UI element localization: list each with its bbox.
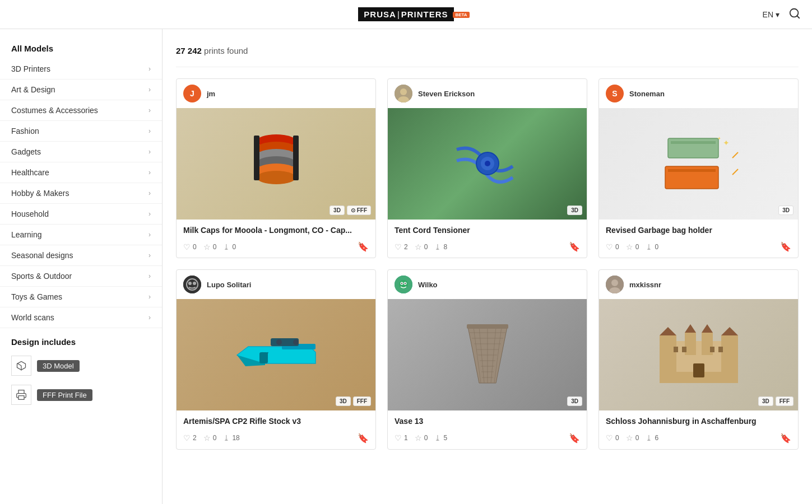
download-icon: ⤓ [434, 433, 441, 442]
chevron-icon: › [149, 314, 151, 321]
chevron-icon: › [149, 272, 151, 280]
search-button[interactable] [788, 7, 801, 22]
design-option-fff-print[interactable]: FFF Print File [0, 380, 162, 409]
avatar: J [183, 85, 201, 102]
svg-point-39 [293, 339, 299, 345]
star-stat[interactable]: ☆ 0 [626, 242, 639, 251]
bookmark-icon[interactable]: 🔖 [358, 433, 369, 444]
card-username[interactable]: mxkissnr [629, 281, 661, 289]
milk-caps-svg [243, 124, 310, 203]
like-stat[interactable]: ♡ 2 [183, 433, 197, 442]
svg-marker-69 [660, 327, 676, 335]
sidebar-item-household[interactable]: Household › [0, 204, 162, 225]
star-stat[interactable]: ☆ 0 [415, 242, 428, 251]
star-stat[interactable]: ☆ 0 [203, 433, 217, 442]
svg-marker-74 [702, 324, 713, 333]
card-username[interactable]: Steven Erickson [418, 90, 475, 98]
like-stat[interactable]: ♡ 0 [606, 433, 619, 442]
card-actions: ♡ 0 ☆ 0 ⤓ 0 🔖 [606, 241, 791, 252]
bookmark-icon[interactable]: 🔖 [358, 241, 369, 252]
svg-point-38 [276, 339, 282, 345]
bookmark-icon[interactable]: 🔖 [569, 433, 580, 444]
card-actions: ♡ 1 ☆ 0 ⤓ 5 🔖 [395, 433, 580, 444]
bookmark-icon[interactable]: 🔖 [569, 241, 580, 252]
cards-grid: J jm [176, 78, 799, 450]
language-selector[interactable]: EN ▾ [763, 10, 779, 19]
sidebar-item-label: Art & Design [11, 85, 55, 94]
logo: PRUSA | PRINTERS BETA [358, 7, 453, 21]
download-icon: ⤓ [646, 242, 652, 251]
badge-3d: 3D [778, 206, 794, 215]
bookmark-icon[interactable]: 🔖 [780, 433, 791, 444]
chevron-icon: › [149, 148, 151, 156]
card-stats: ♡ 0 ☆ 0 ⤓ 6 [606, 433, 658, 442]
card-username[interactable]: Wilko [418, 281, 438, 289]
card-username[interactable]: Lupo Solitari [207, 281, 251, 289]
card-badges: 3D [567, 396, 582, 406]
sidebar-item-3d-printers[interactable]: 3D Printers › [0, 59, 162, 80]
sidebar-all-models[interactable]: All Models [0, 38, 162, 59]
fff-icon [11, 385, 31, 405]
sidebar-item-healthcare[interactable]: Healthcare › [0, 162, 162, 183]
heart-icon: ♡ [395, 433, 402, 442]
svg-line-1 [797, 16, 799, 18]
sidebar-item-hobby-makers[interactable]: Hobby & Makers › [0, 183, 162, 204]
like-stat[interactable]: ♡ 2 [395, 242, 408, 251]
like-stat[interactable]: ♡ 0 [606, 242, 619, 251]
card-username[interactable]: jm [207, 90, 215, 98]
svg-rect-68 [721, 335, 738, 372]
card-header: Lupo Solitari [177, 270, 375, 299]
card-header: J jm [177, 79, 375, 108]
sidebar-item-world-scans[interactable]: World scans › [0, 307, 162, 328]
sidebar-item-label: Sports & Outdoor [11, 272, 72, 281]
download-stat[interactable]: ⤓ 5 [434, 433, 447, 442]
download-icon: ⤓ [434, 242, 441, 251]
sidebar-item-sports-outdoor[interactable]: Sports & Outdoor › [0, 266, 162, 287]
download-stat[interactable]: ⤓ 18 [223, 433, 239, 442]
download-count: 0 [232, 243, 236, 251]
sidebar-item-costumes-accessories[interactable]: Costumes & Accessories › [0, 100, 162, 121]
heart-icon: ♡ [606, 242, 613, 251]
sidebar-item-toys-games[interactable]: Toys & Games › [0, 287, 162, 307]
card-stats: ♡ 2 ☆ 0 ⤓ 8 [395, 242, 447, 251]
download-stat[interactable]: ⤓ 6 [646, 433, 658, 442]
bookmark-icon[interactable]: 🔖 [780, 241, 791, 252]
sidebar-item-art-design[interactable]: Art & Design › [0, 80, 162, 100]
card-artemis-rifle: Lupo Solitari [176, 269, 376, 449]
sidebar-item-seasonal-designs[interactable]: Seasonal designs › [0, 245, 162, 266]
chevron-icon: › [149, 127, 151, 135]
star-stat[interactable]: ☆ 0 [203, 242, 217, 251]
star-count: 0 [424, 434, 428, 442]
card-badges: 3D FFF [336, 396, 371, 406]
results-header: 27 242 prints found [176, 40, 799, 67]
like-stat[interactable]: ♡ 0 [183, 242, 197, 251]
sidebar-item-learning[interactable]: Learning › [0, 225, 162, 245]
logo-divider: | [397, 10, 400, 19]
sidebar-item-gadgets[interactable]: Gadgets › [0, 142, 162, 162]
star-icon: ☆ [626, 433, 633, 442]
sidebar-item-label: World scans [11, 313, 54, 322]
star-stat[interactable]: ☆ 0 [415, 433, 428, 442]
card-username[interactable]: Stoneman [629, 90, 665, 98]
download-stat[interactable]: ⤓ 0 [223, 242, 236, 251]
logo-prusa: PRUSA [364, 10, 396, 19]
like-stat[interactable]: ♡ 1 [395, 433, 408, 442]
download-stat[interactable]: ⤓ 0 [646, 242, 658, 251]
svg-line-31 [732, 169, 738, 175]
svg-point-35 [193, 282, 196, 285]
card-image: 3D [388, 108, 587, 220]
page-container: All Models 3D Printers › Art & Design › … [0, 29, 812, 504]
star-stat[interactable]: ☆ 0 [626, 433, 639, 442]
card-title: Tent Cord Tensioner [395, 225, 580, 236]
card-image: ✦ ✦ 3D [599, 108, 798, 220]
card-badges: 3D [567, 206, 582, 215]
chevron-icon: › [149, 231, 151, 239]
star-count: 0 [635, 243, 639, 251]
card-schloss: mxkissnr [598, 269, 799, 449]
svg-point-15 [257, 171, 296, 184]
results-suffix-text: prints found [204, 46, 248, 55]
download-stat[interactable]: ⤓ 8 [434, 242, 447, 251]
sidebar-item-fashion[interactable]: Fashion › [0, 121, 162, 142]
design-option-3d-model[interactable]: 3D Model [0, 351, 162, 380]
3d-model-icon [11, 356, 31, 376]
